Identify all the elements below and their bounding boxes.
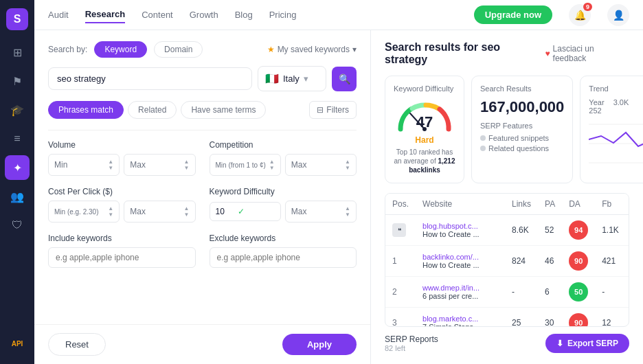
sidebar-item-wand[interactable]: ✦ <box>5 155 30 180</box>
sidebar-item-people[interactable]: 👥 <box>5 184 30 209</box>
pos-value: 2 <box>392 287 397 297</box>
featured-snippet-icon: ❝ <box>392 223 406 237</box>
export-button[interactable]: ⬇ Export SERP <box>545 334 629 353</box>
cell-pos: 3 <box>385 308 416 328</box>
volume-min-spinners[interactable]: ▲▼ <box>108 159 113 171</box>
gauge-number: 47 <box>416 113 433 131</box>
cell-links: 25 <box>505 308 538 328</box>
include-keywords-group: Include keywords <box>48 234 196 268</box>
cpc-min-input[interactable]: Min (e.g. 2.30) ▲▼ <box>48 201 120 223</box>
col-pa: PA <box>538 194 562 215</box>
table-row: ❝ blog.hubspot.c... How to Create ... 8.… <box>385 215 629 246</box>
cell-pa: 46 <box>538 246 562 277</box>
search-by-label: Search by: <box>48 45 87 54</box>
competition-max-spinners[interactable]: ▲▼ <box>345 159 350 171</box>
main-content: Audit Research Content Growth Blog Prici… <box>34 0 643 364</box>
apply-button[interactable]: Apply <box>282 334 357 355</box>
sidebar-item-grid[interactable]: ⊞ <box>5 40 30 65</box>
website-url[interactable]: blog.hubspot.c... <box>422 222 498 230</box>
tab-keyword[interactable]: Keyword <box>94 41 147 58</box>
sidebar-logo[interactable]: S <box>6 8 28 30</box>
website-url[interactable]: blog.marketo.c... <box>422 315 498 323</box>
sidebar-item-hat[interactable]: 🎓 <box>5 98 30 122</box>
serp-dot-icon <box>480 135 486 141</box>
filters-button[interactable]: ⊟ Filters <box>309 101 357 119</box>
logo-icon: S <box>14 13 21 25</box>
kd-card: Keyword Difficulty <box>385 76 464 183</box>
filter-tab-phrases[interactable]: Phrases match <box>48 101 124 119</box>
cell-website: backlinko.com/... How to Create ... <box>416 246 505 277</box>
tab-domain[interactable]: Domain <box>154 41 203 58</box>
saved-keywords-label: My saved keywords <box>278 45 350 54</box>
sidebar-item-chart[interactable]: ≡ <box>5 126 30 151</box>
nav-content[interactable]: Content <box>142 7 173 23</box>
user-avatar[interactable]: 👤 <box>607 4 629 26</box>
cell-pos: 2 <box>385 277 416 308</box>
volume-max-input[interactable]: Max ▲▼ <box>124 154 195 176</box>
kd-max-spinners[interactable]: ▲▼ <box>345 205 350 218</box>
website-url[interactable]: www.dmep.it/in... <box>422 284 498 292</box>
feedback-button[interactable]: ♥ Lasciaci un feedback <box>545 44 629 63</box>
exclude-keywords-label: Exclude keywords <box>210 234 357 243</box>
search-by-row: Search by: Keyword Domain ★ My saved key… <box>48 41 357 58</box>
cpc-max-placeholder: Max <box>130 207 146 216</box>
cpc-filter: Cost Per Click ($) Min (e.g. 2.30) ▲▼ Ma… <box>48 187 196 223</box>
nav-pricing[interactable]: Pricing <box>269 7 297 23</box>
cell-da: 90 <box>562 308 595 328</box>
upgrade-button[interactable]: Upgrade now <box>474 5 552 24</box>
competition-min-input[interactable]: Min (from 1 to ¢) ▲▼ <box>210 154 281 176</box>
kd-min-input[interactable]: ✓ <box>210 202 281 221</box>
sidebar-item-api[interactable]: API <box>5 331 30 356</box>
include-keywords-input[interactable] <box>48 247 196 268</box>
nav-research[interactable]: Research <box>85 6 126 23</box>
notification-bell[interactable]: 🔔 9 <box>569 4 591 26</box>
col-links: Links <box>505 194 538 215</box>
website-url[interactable]: backlinko.com/... <box>422 253 498 261</box>
kd-max-input[interactable]: Max ▲▼ <box>285 201 357 223</box>
volume-min-input[interactable]: Min ▲▼ <box>48 154 120 176</box>
competition-min-spinners[interactable]: ▲▼ <box>269 159 275 171</box>
include-keywords-label: Include keywords <box>48 234 196 243</box>
sidebar-item-flag[interactable]: ⚑ <box>5 69 30 93</box>
chevron-down-icon: ▾ <box>352 45 357 54</box>
nav-growth[interactable]: Growth <box>190 7 218 23</box>
kd-check-icon: ✓ <box>238 207 245 216</box>
saved-keywords-button[interactable]: ★ My saved keywords ▾ <box>267 45 357 54</box>
notification-badge: 9 <box>583 3 592 11</box>
cell-ev: 16 <box>626 308 629 328</box>
table-footer: SERP Reports 82 left ⬇ Export SERP <box>385 327 629 353</box>
serp-reports-label: SERP Reports <box>385 334 438 344</box>
kd-min-field[interactable] <box>216 207 235 216</box>
serp-feature-label: Featured snippets <box>488 134 549 142</box>
da-badge: 90 <box>569 251 588 271</box>
cpc-max-spinners[interactable]: ▲▼ <box>184 205 190 218</box>
nav-blog[interactable]: Blog <box>235 7 253 23</box>
da-badge: 94 <box>569 220 588 240</box>
country-select[interactable]: 🇮🇹 Italy ▾ <box>258 66 326 91</box>
nav-audit[interactable]: Audit <box>48 7 69 23</box>
cpc-min-spinners[interactable]: ▲▼ <box>108 205 113 218</box>
table-row: 3 blog.marketo.c... 7 Simple Steps ... 2… <box>385 308 629 328</box>
filter-tab-related[interactable]: Related <box>128 101 177 119</box>
search-volume: 167,000,000 <box>480 98 564 116</box>
cell-pa: 6 <box>538 277 562 308</box>
filter-tab-same-terms[interactable]: Have same terms <box>181 101 266 119</box>
competition-max-placeholder: Max <box>291 160 307 170</box>
cell-da: 90 <box>562 246 595 277</box>
col-da: DA <box>562 194 595 215</box>
competition-filter: Competition Min (from 1 to ¢) ▲▼ Max ▲▼ <box>210 140 357 176</box>
exclude-keywords-input[interactable] <box>210 247 357 268</box>
col-fb: Fb <box>595 194 626 215</box>
cell-pa: 52 <box>538 215 562 246</box>
sidebar-item-shield[interactable]: 🛡 <box>5 213 30 238</box>
keyword-input[interactable] <box>48 67 252 90</box>
cpc-max-input[interactable]: Max ▲▼ <box>124 201 195 223</box>
search-button[interactable]: 🔍 <box>332 67 357 91</box>
keyword-fields: Include keywords Exclude keywords <box>48 234 357 268</box>
website-title: 6 passi per cre... <box>422 292 498 300</box>
competition-max-input[interactable]: Max ▲▼ <box>285 154 357 176</box>
reset-button[interactable]: Reset <box>48 333 106 356</box>
cell-website: blog.hubspot.c... How to Create ... <box>416 215 505 246</box>
gauge-desc: Top 10 ranked has an average of 1,212 ba… <box>394 148 455 174</box>
volume-max-spinners[interactable]: ▲▼ <box>184 159 190 171</box>
